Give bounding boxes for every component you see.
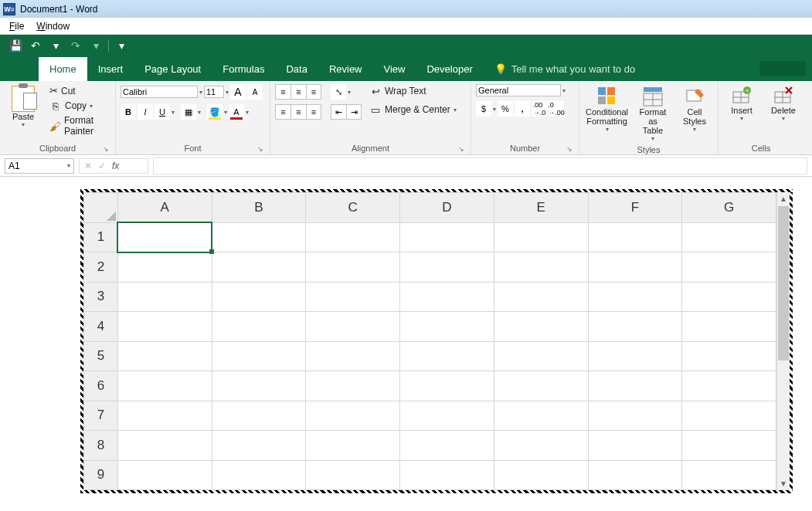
cell[interactable] — [400, 282, 494, 312]
cell[interactable] — [494, 282, 588, 312]
cell[interactable] — [306, 371, 400, 401]
tab-insert[interactable]: Insert — [87, 57, 134, 81]
cell[interactable] — [212, 222, 306, 252]
cell[interactable] — [588, 371, 682, 401]
row-header-3[interactable]: 3 — [84, 282, 118, 312]
percent-button[interactable]: % — [498, 101, 513, 117]
cell[interactable] — [588, 252, 682, 283]
cancel-formula-icon[interactable]: ✕ — [84, 161, 92, 171]
cell[interactable] — [400, 312, 494, 342]
col-header-e[interactable]: E — [494, 193, 588, 223]
cell[interactable] — [682, 371, 776, 401]
cell[interactable] — [400, 341, 494, 371]
cell[interactable] — [306, 460, 400, 490]
scroll-down-icon[interactable]: ▼ — [777, 477, 790, 490]
row-header-8[interactable]: 8 — [84, 431, 118, 461]
tab-home[interactable]: Home — [39, 57, 87, 81]
formula-input[interactable] — [153, 157, 807, 174]
row-header-6[interactable]: 6 — [84, 371, 118, 401]
cell[interactable] — [494, 341, 588, 371]
increase-indent-button[interactable]: ⇥ — [346, 104, 362, 120]
cell[interactable] — [117, 282, 212, 312]
cell[interactable] — [400, 401, 494, 431]
font-size-input[interactable] — [204, 86, 224, 98]
cell[interactable] — [117, 312, 212, 342]
row-header-2[interactable]: 2 — [84, 252, 118, 283]
row-header-4[interactable]: 4 — [84, 312, 118, 342]
cell[interactable] — [682, 401, 776, 431]
col-header-c[interactable]: C — [306, 193, 400, 223]
cell[interactable] — [117, 460, 212, 490]
tab-page-layout[interactable]: Page Layout — [134, 57, 212, 81]
cell[interactable] — [494, 431, 588, 461]
cell[interactable] — [306, 282, 400, 312]
row-header-9[interactable]: 9 — [84, 460, 118, 490]
cell[interactable] — [682, 282, 776, 312]
paste-button[interactable]: Paste ▾ — [5, 84, 42, 130]
cell[interactable] — [212, 371, 306, 401]
underline-button[interactable]: U — [155, 104, 170, 120]
cell[interactable] — [117, 431, 212, 461]
align-left-button[interactable]: ≡ — [275, 104, 290, 120]
cell[interactable] — [588, 431, 682, 461]
col-header-a[interactable]: A — [117, 193, 212, 223]
delete-cells-button[interactable]: Delete▾ — [765, 84, 802, 124]
cell[interactable] — [682, 431, 776, 461]
cell[interactable] — [306, 341, 400, 371]
cell[interactable] — [212, 282, 306, 312]
cell[interactable] — [682, 460, 776, 490]
number-format-select[interactable] — [476, 84, 561, 96]
border-button[interactable]: ▦ — [181, 104, 196, 120]
redo-icon[interactable]: ↷ — [68, 39, 83, 52]
tab-formulas[interactable]: Formulas — [212, 57, 275, 81]
select-all-corner[interactable] — [84, 193, 118, 223]
tab-data[interactable]: Data — [275, 57, 318, 81]
cell[interactable] — [212, 312, 306, 342]
cell[interactable] — [588, 222, 682, 252]
undo-icon[interactable]: ↶ — [28, 39, 43, 52]
cell[interactable] — [682, 252, 776, 283]
col-header-b[interactable]: B — [212, 193, 306, 223]
cell[interactable] — [117, 371, 212, 401]
cell[interactable] — [588, 282, 682, 312]
save-icon[interactable]: 💾 — [8, 39, 23, 52]
cell[interactable] — [588, 312, 682, 342]
format-painter-button[interactable]: 🖌Format Painter — [46, 114, 110, 137]
italic-button[interactable]: I — [138, 104, 153, 120]
row-header-1[interactable]: 1 — [84, 222, 118, 252]
enter-formula-icon[interactable]: ✓ — [98, 161, 106, 171]
cell[interactable] — [306, 431, 400, 461]
col-header-d[interactable]: D — [400, 193, 494, 223]
dialog-launcher-icon[interactable]: ↘ — [458, 145, 464, 153]
cell[interactable] — [682, 341, 776, 371]
cell[interactable] — [212, 341, 306, 371]
cell[interactable] — [494, 460, 588, 490]
currency-button[interactable]: $ — [476, 101, 491, 117]
cell[interactable] — [682, 222, 776, 252]
conditional-formatting-button[interactable]: Conditional Formatting▾ — [584, 84, 630, 134]
cell[interactable] — [494, 222, 588, 252]
vertical-scrollbar[interactable]: ▲ ▼ — [776, 192, 790, 490]
copy-button[interactable]: ⎘Copy▾ — [46, 99, 110, 113]
qat-customize-icon[interactable]: ▾ — [114, 39, 129, 52]
redo-dropdown-icon[interactable]: ▾ — [88, 39, 104, 52]
tell-me-search[interactable]: 💡 Tell me what you want to do — [484, 63, 646, 75]
align-middle-button[interactable]: ≡ — [290, 84, 306, 100]
merge-center-button[interactable]: ▭Merge & Center▾ — [366, 103, 460, 117]
menu-file[interactable]: File — [5, 19, 29, 33]
cell[interactable] — [117, 341, 212, 371]
bold-button[interactable]: B — [121, 104, 136, 120]
cell[interactable] — [494, 252, 588, 283]
cell[interactable] — [494, 312, 588, 342]
cell[interactable] — [306, 252, 400, 283]
row-header-7[interactable]: 7 — [84, 401, 118, 431]
cell[interactable] — [494, 371, 588, 401]
cell-styles-button[interactable]: Cell Styles▾ — [676, 84, 713, 134]
menu-window[interactable]: Window — [32, 19, 74, 33]
name-box[interactable]: A1 ▾ — [5, 158, 74, 174]
dialog-launcher-icon[interactable]: ↘ — [103, 145, 109, 153]
cell[interactable] — [306, 312, 400, 342]
format-as-table-button[interactable]: Format as Table▾ — [634, 84, 671, 144]
account-box[interactable] — [759, 61, 806, 76]
insert-cells-button[interactable]: + Insert▾ — [723, 84, 760, 124]
